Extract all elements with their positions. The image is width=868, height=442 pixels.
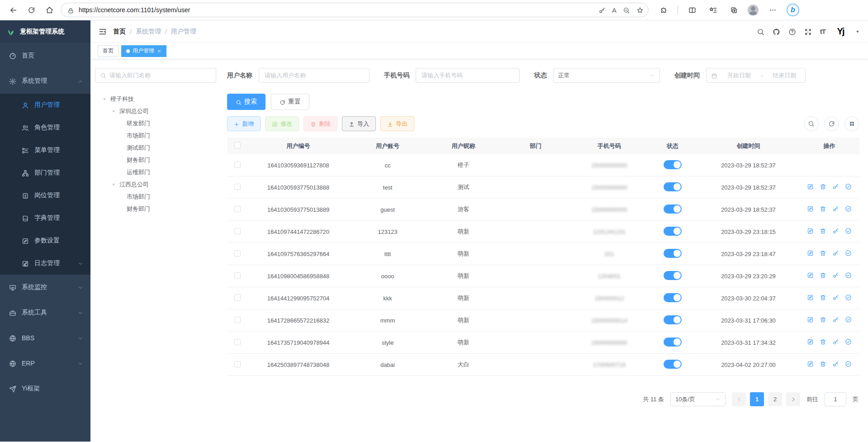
extensions-icon[interactable] <box>657 3 670 17</box>
tree-node[interactable]: 财务部门 <box>95 154 222 166</box>
sidebar-item-dept-mgmt[interactable]: 部门管理 <box>0 162 90 184</box>
row-delete-icon[interactable] <box>820 294 826 301</box>
breadcrumb-home[interactable]: 首页 <box>113 28 126 36</box>
tree-node[interactable]: 江西总公司 <box>95 178 222 190</box>
sidebar-item-dict-mgmt[interactable]: 字典管理 <box>0 207 90 229</box>
split-screen-icon[interactable] <box>685 3 699 17</box>
tree-node[interactable]: 市场部门 <box>95 129 222 142</box>
status-toggle[interactable] <box>664 182 682 191</box>
favorite-star-icon[interactable] <box>636 6 644 14</box>
breadcrumb-system-mgmt[interactable]: 系统管理 <box>136 28 161 36</box>
row-checkbox[interactable] <box>234 184 241 190</box>
status-toggle[interactable] <box>664 271 682 280</box>
row-reset-password-icon[interactable] <box>832 272 839 279</box>
row-delete-icon[interactable] <box>820 338 826 345</box>
more-menu-icon[interactable] <box>766 3 779 17</box>
row-edit-icon[interactable] <box>807 338 814 345</box>
sidebar-item-log-mgmt[interactable]: 日志管理 <box>0 252 90 275</box>
bing-chat-icon[interactable]: b <box>787 4 799 16</box>
header-search-icon[interactable] <box>757 27 764 36</box>
browser-profile-avatar[interactable] <box>748 5 759 15</box>
sidebar-item-menu-mgmt[interactable]: 菜单管理 <box>0 139 90 162</box>
row-reset-password-icon[interactable] <box>832 228 839 234</box>
url-text[interactable]: https://ccnetcore.com:1101/system/user <box>79 6 594 14</box>
github-icon[interactable] <box>773 27 780 36</box>
search-button[interactable]: 搜索 <box>227 94 266 110</box>
browser-back-icon[interactable] <box>6 3 20 17</box>
column-settings-icon[interactable] <box>844 116 859 131</box>
collections-icon[interactable] <box>727 3 740 17</box>
reset-button[interactable]: 重置 <box>271 94 309 110</box>
sidebar-collapse-icon[interactable] <box>99 27 107 36</box>
start-date-placeholder[interactable]: 开始日期 <box>723 71 755 80</box>
end-date-placeholder[interactable]: 结束日期 <box>768 71 801 80</box>
row-edit-icon[interactable] <box>807 228 814 234</box>
status-toggle[interactable] <box>664 337 682 347</box>
row-assign-role-icon[interactable] <box>845 272 852 279</box>
tree-node[interactable]: 运维部门 <box>95 166 222 178</box>
sidebar-item-home[interactable]: 首页 <box>0 43 90 68</box>
row-delete-icon[interactable] <box>820 250 826 257</box>
row-assign-role-icon[interactable] <box>845 250 852 257</box>
row-edit-icon[interactable] <box>807 250 814 257</box>
status-toggle[interactable] <box>664 204 682 214</box>
row-checkbox[interactable] <box>234 339 241 345</box>
status-toggle[interactable] <box>664 227 682 236</box>
row-assign-role-icon[interactable] <box>845 316 852 323</box>
caret-down-icon[interactable] <box>111 182 117 187</box>
username-input[interactable] <box>259 68 370 83</box>
row-delete-icon[interactable] <box>820 205 826 212</box>
tree-node[interactable]: 研发部门 <box>95 117 222 129</box>
export-button[interactable]: 导出 <box>380 116 414 131</box>
status-toggle[interactable] <box>664 315 682 324</box>
row-checkbox[interactable] <box>234 272 241 279</box>
row-delete-icon[interactable] <box>820 316 826 323</box>
favorites-bar-icon[interactable] <box>706 3 720 17</box>
row-checkbox[interactable] <box>234 361 241 367</box>
status-toggle[interactable] <box>664 160 682 169</box>
row-reset-password-icon[interactable] <box>832 250 839 257</box>
sidebar-item-system-tools[interactable]: 系统工具 <box>0 300 90 325</box>
caret-down-icon[interactable] <box>102 96 108 101</box>
phone-input[interactable] <box>416 68 520 83</box>
row-edit-icon[interactable] <box>807 294 814 301</box>
row-assign-role-icon[interactable] <box>845 183 852 190</box>
font-size-icon[interactable]: tT <box>820 28 825 35</box>
sidebar-item-erp[interactable]: ERP <box>0 351 90 376</box>
row-checkbox[interactable] <box>234 228 241 234</box>
row-checkbox[interactable] <box>234 317 241 323</box>
row-delete-icon[interactable] <box>820 228 826 234</box>
row-assign-role-icon[interactable] <box>845 338 852 345</box>
avatar-dropdown-caret-icon[interactable] <box>855 29 860 34</box>
tree-node[interactable]: 深圳总公司 <box>95 105 222 117</box>
row-edit-icon[interactable] <box>807 316 814 323</box>
refresh-table-icon[interactable] <box>824 116 839 131</box>
row-checkbox[interactable] <box>234 206 241 212</box>
address-bar[interactable]: https://ccnetcore.com:1101/system/user A <box>61 3 649 17</box>
user-avatar[interactable]: Yj <box>834 25 847 38</box>
row-reset-password-icon[interactable] <box>832 338 839 345</box>
sidebar-item-user-mgmt[interactable]: 用户管理 <box>0 94 90 116</box>
prev-page-button[interactable] <box>732 392 746 406</box>
row-assign-role-icon[interactable] <box>845 361 852 367</box>
delete-button[interactable]: 删除 <box>304 116 337 131</box>
tab-user-mgmt[interactable]: 用户管理 <box>121 45 166 57</box>
help-icon[interactable] <box>788 27 796 36</box>
fullscreen-icon[interactable] <box>804 27 812 36</box>
sidebar-item-role-mgmt[interactable]: 角色管理 <box>0 116 90 139</box>
status-toggle[interactable] <box>664 293 682 302</box>
password-key-icon[interactable] <box>598 6 606 14</box>
row-assign-role-icon[interactable] <box>845 205 852 212</box>
row-reset-password-icon[interactable] <box>832 316 839 323</box>
read-aloud-icon[interactable]: A <box>612 6 617 14</box>
status-toggle[interactable] <box>664 360 682 369</box>
sidebar-item-bbs[interactable]: BBS <box>0 325 90 351</box>
next-page-button[interactable] <box>786 392 800 406</box>
sidebar-item-post-mgmt[interactable]: 岗位管理 <box>0 184 90 207</box>
row-assign-role-icon[interactable] <box>845 294 852 301</box>
status-select[interactable]: 正常 <box>553 68 660 83</box>
edit-button[interactable]: 修改 <box>265 116 299 131</box>
row-checkbox[interactable] <box>234 295 241 301</box>
row-assign-role-icon[interactable] <box>845 228 852 234</box>
page-button-1[interactable]: 1 <box>750 392 764 406</box>
